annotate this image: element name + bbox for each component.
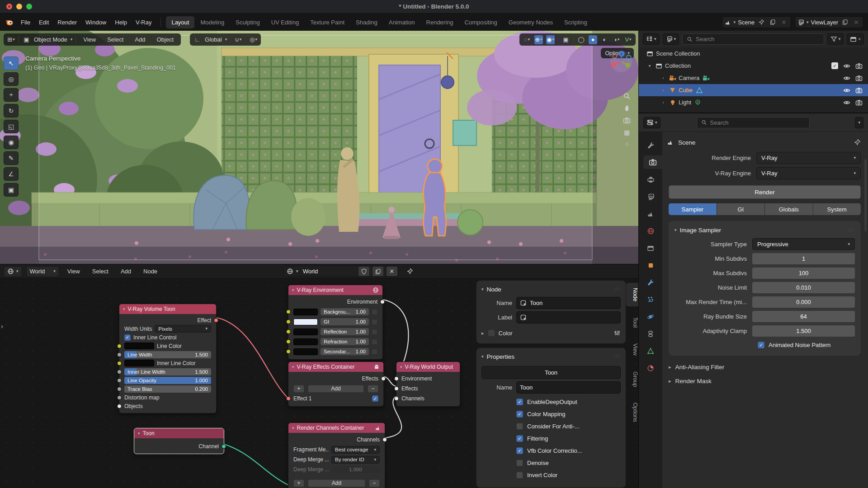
hanging-lamp[interactable]: [441, 76, 454, 89]
shader-type-selector[interactable]: World▾: [26, 266, 59, 277]
render-visibility-icon[interactable]: [855, 99, 863, 106]
lock-view-icon[interactable]: ⌂: [625, 141, 628, 147]
workspace-tab-sculpting[interactable]: Sculpting: [230, 16, 265, 28]
collapse-icon[interactable]: ▾: [675, 228, 677, 232]
node-color-swatch[interactable]: [488, 329, 495, 337]
menu-window[interactable]: Window: [81, 17, 110, 28]
panel-grip-icon[interactable]: ···· ····: [614, 287, 621, 291]
workspace-tab-scripting[interactable]: Scripting: [559, 16, 593, 28]
input-socket-distortion-map[interactable]: [117, 395, 122, 400]
input-socket-environment[interactable]: [394, 376, 399, 381]
wall-sign[interactable]: [453, 120, 476, 145]
fake-user-shield-button[interactable]: [359, 267, 369, 276]
inner-line-control-checkbox[interactable]: ✓: [124, 334, 131, 341]
vray-engine-dropdown[interactable]: V-Ray▾: [756, 167, 861, 179]
input-socket-effects[interactable]: [394, 386, 399, 391]
noise-limit-field[interactable]: 0.010: [752, 282, 855, 293]
render-visibility-icon[interactable]: [855, 87, 863, 94]
sidebar-tab-node[interactable]: Node: [626, 283, 638, 306]
background-color-swatch[interactable]: [293, 309, 318, 315]
sidebar-tab-options[interactable]: Options: [626, 398, 638, 427]
collapse-icon[interactable]: ▾: [292, 365, 294, 369]
shading-solid-icon[interactable]: ●: [589, 35, 597, 44]
channel-name-field[interactable]: Toon: [516, 381, 621, 394]
input-socket-gi[interactable]: [286, 319, 291, 324]
reflection-color-swatch[interactable]: [293, 328, 318, 335]
secondary-field[interactable]: Secondar...1.00: [321, 348, 369, 355]
overlays-toggle-icon[interactable]: ◉▾: [546, 35, 555, 44]
anti-aliasing-filter-section[interactable]: ▸ Anti-Aliasing Filter: [669, 360, 861, 374]
new-viewlayer-button[interactable]: [840, 18, 849, 27]
node-render-channels-container[interactable]: ▾Render Channels Container Channels Frag…: [288, 422, 385, 488]
color-mapping-checkbox[interactable]: ✓: [516, 411, 523, 418]
add-channel-button[interactable]: Add: [308, 479, 365, 487]
node-vray-volume-toon[interactable]: ▾V-Ray Volume Toon Effect Width Units Pi…: [119, 304, 217, 413]
sampler-type-dropdown[interactable]: Progressive▾: [752, 238, 855, 250]
snap-magnet-icon[interactable]: ∪▾: [234, 35, 242, 44]
fragment-method-dropdown[interactable]: Best coverage▾: [331, 446, 380, 454]
display-mode-button[interactable]: ▾: [663, 33, 679, 45]
navigation-gizmo[interactable]: Z: [609, 50, 633, 75]
adaptivity-clamp-field[interactable]: 1.500: [752, 325, 855, 337]
new-scene-button[interactable]: [768, 18, 777, 27]
background-field[interactable]: Backgrou...1.00: [321, 308, 369, 315]
deep-merge-mode-dropdown[interactable]: By render ID▾: [331, 456, 380, 464]
proportional-editing-icon[interactable]: ◎▾: [249, 35, 258, 44]
input-socket-inner-line-width[interactable]: [117, 370, 122, 374]
line-opacity-slider[interactable]: Line Opacity1.000: [124, 377, 211, 384]
render-button[interactable]: Render: [669, 185, 861, 199]
sphere[interactable]: [458, 210, 483, 235]
tab-collection[interactable]: [642, 241, 659, 255]
input-socket-effect-1[interactable]: [286, 396, 291, 401]
tab-object-data[interactable]: [642, 344, 659, 358]
input-socket-inner-line-color[interactable]: [117, 361, 122, 366]
workspace-tab-geometry-nodes[interactable]: Geometry Nodes: [503, 16, 558, 28]
scrollbar[interactable]: [864, 159, 867, 231]
output-socket-effects[interactable]: [381, 376, 386, 381]
collapse-icon[interactable]: ▾: [400, 365, 402, 369]
options-dropdown-button[interactable]: ▾: [855, 117, 863, 128]
animated-noise-pattern-checkbox[interactable]: ✓: [758, 342, 764, 348]
hide-eye-icon[interactable]: [843, 75, 850, 82]
invert-color-checkbox[interactable]: [516, 472, 523, 479]
tab-world[interactable]: [642, 224, 659, 238]
output-socket-channels[interactable]: [382, 437, 387, 442]
viewport-menu-view[interactable]: View: [79, 34, 100, 45]
node-label-field[interactable]: [516, 311, 621, 324]
tab-system[interactable]: System: [813, 203, 861, 215]
node-editor[interactable]: ▾ World▾ View Select Add Node ▾ World ✕ …: [0, 264, 638, 488]
viewport-menu-add[interactable]: Add: [131, 34, 149, 45]
properties-search-input[interactable]: [710, 119, 805, 126]
node-toon[interactable]: ▾Toon Channel: [134, 428, 224, 454]
node-menu-view[interactable]: View: [63, 266, 84, 277]
outliner-row-camera[interactable]: › Camera: [639, 72, 868, 84]
tool-rotate[interactable]: ↻: [4, 104, 19, 117]
outliner-row-collection[interactable]: ▾ Collection ✓: [639, 60, 868, 72]
collapse-icon[interactable]: ▾: [292, 426, 294, 430]
ortho-grid-icon[interactable]: ▦: [624, 129, 630, 136]
input-socket-channels[interactable]: [394, 396, 399, 401]
render-visibility-icon[interactable]: [855, 75, 863, 82]
workspace-tab-layout[interactable]: Layout: [166, 16, 194, 28]
input-socket-secondary[interactable]: [286, 349, 291, 354]
hide-eye-icon[interactable]: [843, 87, 850, 94]
input-socket-line-width[interactable]: [117, 352, 122, 357]
tool-move[interactable]: ＋: [4, 88, 19, 102]
trace-bias-field[interactable]: Trace Bias0.200: [124, 385, 211, 393]
scene-selector[interactable]: ▾ Scene ✕: [722, 16, 791, 28]
fullscreen-button[interactable]: [26, 4, 32, 9]
tab-tool[interactable]: [642, 138, 659, 152]
viewport-menu-object[interactable]: Object: [152, 34, 178, 45]
tool-annotate[interactable]: ✎: [4, 151, 19, 165]
tool-add-cube[interactable]: ▣: [4, 183, 19, 197]
node-menu-select[interactable]: Select: [88, 266, 113, 277]
pin-id-button[interactable]: [854, 139, 861, 146]
render-engine-dropdown[interactable]: V-Ray▾: [756, 152, 861, 164]
tab-physics[interactable]: [642, 310, 659, 324]
outliner-row-light[interactable]: › Light: [639, 96, 868, 108]
filter-button[interactable]: ▾: [827, 33, 844, 45]
expand-icon[interactable]: ▸: [481, 330, 484, 336]
blender-logo-icon[interactable]: [5, 18, 14, 27]
pin-scene-button[interactable]: [757, 18, 766, 27]
unlink-datablock-button[interactable]: ✕: [387, 267, 397, 276]
